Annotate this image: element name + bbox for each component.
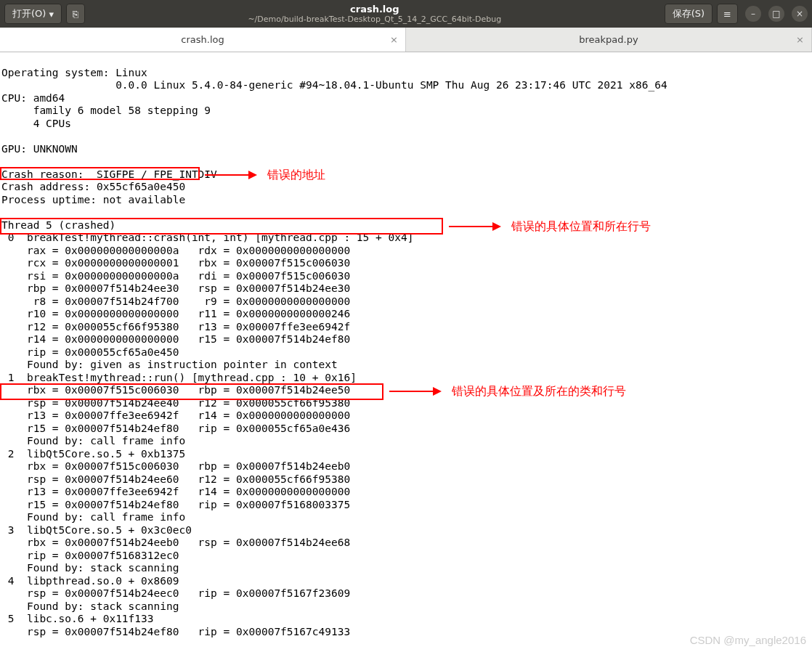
- annotation-label: 错误的具体位置和所在行号: [511, 220, 651, 233]
- tab-close-button[interactable]: ×: [390, 34, 398, 45]
- window-title: crash.log: [89, 4, 660, 15]
- title-area: crash.log ~/Demo/build-breakTest-Desktop…: [89, 4, 660, 25]
- hamburger-icon: ≡: [723, 9, 731, 20]
- annotation-frame1: 错误的具体位置及所在的类和行号: [389, 385, 626, 398]
- annotation-frame0: 错误的具体位置和所在行号: [449, 220, 651, 233]
- tabbar: crash.log × breakpad.py ×: [0, 28, 812, 52]
- arrow-head-icon: [433, 387, 442, 396]
- watermark: CSDN @my_angle2016: [690, 634, 806, 646]
- window-maximize-button[interactable]: □: [768, 6, 784, 22]
- tab-label: crash.log: [181, 34, 224, 45]
- minimize-icon: –: [751, 9, 755, 19]
- window-close-button[interactable]: ×: [792, 6, 808, 22]
- annotation-label: 错误的具体位置及所在的类和行号: [452, 385, 626, 398]
- titlebar: 打开(O) ▾ ⎘ crash.log ~/Demo/build-breakTe…: [0, 0, 812, 28]
- window-subtitle: ~/Demo/build-breakTest-Desktop_Qt_5_14_2…: [89, 15, 660, 24]
- annotation-label: 错误的地址: [267, 168, 325, 182]
- chevron-down-icon: ▾: [49, 9, 54, 20]
- annotation-crash-address: 错误的地址: [205, 168, 325, 182]
- hamburger-menu-button[interactable]: ≡: [717, 4, 738, 24]
- maximize-icon: □: [772, 9, 780, 19]
- save-button-label: 保存(S): [673, 7, 705, 20]
- text-editor[interactable]: Operating system: Linux 0.0.0 Linux 5.4.…: [0, 52, 812, 652]
- window-minimize-button[interactable]: –: [745, 6, 761, 22]
- tab-crash-log[interactable]: crash.log ×: [0, 28, 406, 52]
- tab-close-button[interactable]: ×: [796, 34, 804, 45]
- open-button-label: 打开(O): [12, 7, 46, 20]
- new-document-icon: ⎘: [73, 9, 78, 20]
- new-tab-button[interactable]: ⎘: [66, 4, 85, 24]
- arrow-line: [449, 226, 492, 227]
- tab-label: breakpad.py: [579, 34, 638, 45]
- tab-breakpad-py[interactable]: breakpad.py ×: [406, 28, 812, 52]
- arrow-head-icon: [492, 222, 501, 231]
- arrow-head-icon: [248, 171, 257, 179]
- close-icon: ×: [796, 9, 803, 19]
- save-button[interactable]: 保存(S): [665, 4, 712, 24]
- file-content: Operating system: Linux 0.0.0 Linux 5.4.…: [1, 67, 667, 637]
- arrow-line: [389, 391, 433, 392]
- open-button[interactable]: 打开(O) ▾: [4, 4, 62, 24]
